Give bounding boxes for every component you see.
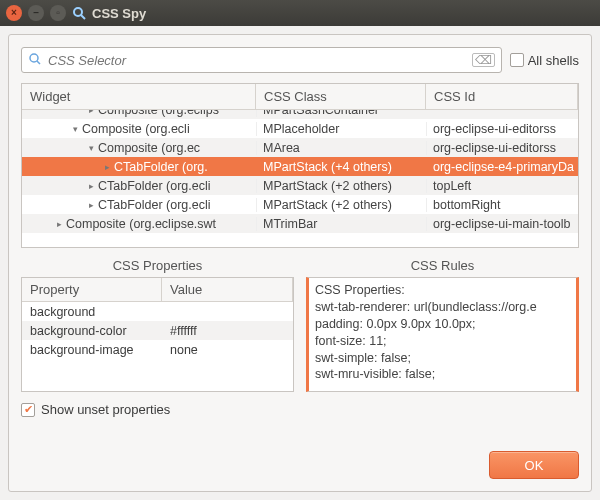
css-id-cell: bottomRight [426, 198, 578, 212]
col-property[interactable]: Property [22, 278, 162, 301]
expand-icon[interactable]: ▸ [102, 162, 112, 172]
rule-line: swt-tab-renderer: url(bundleclass://org.… [315, 299, 570, 316]
window-title: CSS Spy [92, 6, 146, 21]
svg-line-3 [37, 61, 40, 64]
widget-label: Composite (org.ecli [82, 122, 190, 136]
expand-icon[interactable]: ▾ [70, 124, 80, 134]
widget-label: Composite (org.ec [98, 141, 200, 155]
rule-line: font-size: 11; [315, 333, 570, 350]
widget-label: Composite (org.eclips [98, 110, 219, 117]
titlebar: × – ▫ CSS Spy [0, 0, 600, 26]
table-row[interactable]: ▾Composite (org.ecliMPlaceholderorg-ecli… [22, 119, 578, 138]
col-css-id[interactable]: CSS Id [426, 84, 578, 109]
css-id-cell: topLeft [426, 179, 578, 193]
search-box[interactable]: ⌫ [21, 47, 502, 73]
css-class-cell: MPartStack (+4 others) [256, 160, 426, 174]
widget-label: CTabFolder (org. [114, 160, 208, 174]
ok-button[interactable]: OK [489, 451, 579, 479]
expand-icon[interactable]: ▸ [86, 110, 96, 115]
css-class-cell: MPlaceholder [256, 122, 426, 136]
search-icon [28, 52, 42, 69]
tree-header: Widget CSS Class CSS Id [22, 84, 578, 110]
table-row[interactable]: ▾Composite (org.ecMAreaorg-eclipse-ui-ed… [22, 138, 578, 157]
props-title: CSS Properties [21, 256, 294, 277]
col-css-class[interactable]: CSS Class [256, 84, 426, 109]
widget-label: CTabFolder (org.ecli [98, 179, 211, 193]
css-id-cell: org-eclipse-ui-main-toolb [426, 217, 578, 231]
css-class-cell: MPartStack (+2 others) [256, 198, 426, 212]
svg-point-0 [74, 8, 82, 16]
widget-label: CTabFolder (org.ecli [98, 198, 211, 212]
search-input[interactable] [46, 52, 468, 69]
table-row[interactable]: background-color#ffffff [22, 321, 293, 340]
css-class-cell: MArea [256, 141, 426, 155]
css-class-cell: MPartSashContainer [256, 110, 426, 117]
svg-point-2 [30, 54, 38, 62]
col-value[interactable]: Value [162, 278, 293, 301]
widget-label: Composite (org.eclipse.swt [66, 217, 216, 231]
close-icon[interactable]: × [6, 5, 22, 21]
prop-name: background-image [22, 343, 162, 357]
clear-icon[interactable]: ⌫ [472, 53, 495, 67]
props-body: backgroundbackground-color#ffffffbackgro… [22, 302, 293, 359]
svg-line-1 [81, 15, 85, 19]
show-unset-label: Show unset properties [41, 402, 170, 417]
expand-icon[interactable]: ▸ [86, 200, 96, 210]
maximize-icon[interactable]: ▫ [50, 5, 66, 21]
lower-panels: CSS Properties Property Value background… [21, 256, 579, 392]
all-shells-label: All shells [528, 53, 579, 68]
css-class-cell: MPartStack (+2 others) [256, 179, 426, 193]
props-table[interactable]: Property Value backgroundbackground-colo… [21, 277, 294, 392]
col-widget[interactable]: Widget [22, 84, 256, 109]
table-row[interactable]: ▸CTabFolder (org.ecliMPartStack (+2 othe… [22, 195, 578, 214]
rules-text[interactable]: CSS Properties:swt-tab-renderer: url(bun… [306, 277, 579, 392]
search-row: ⌫ All shells [21, 47, 579, 73]
expand-icon[interactable]: ▾ [86, 143, 96, 153]
show-unset-checkbox[interactable]: ✔ Show unset properties [21, 402, 579, 417]
table-row[interactable]: background [22, 302, 293, 321]
table-row[interactable]: background-imagenone [22, 340, 293, 359]
css-properties-panel: CSS Properties Property Value background… [21, 256, 294, 392]
dialog-footer: OK [21, 441, 579, 479]
expand-icon[interactable]: ▸ [86, 181, 96, 191]
minimize-icon[interactable]: – [28, 5, 44, 21]
table-row[interactable]: ▸Composite (org.eclipse.swtMTrimBarorg-e… [22, 214, 578, 233]
css-rules-panel: CSS Rules CSS Properties:swt-tab-rendere… [306, 256, 579, 392]
ok-label: OK [525, 458, 544, 473]
rule-line: padding: 0.0px 9.0px 10.0px; [315, 316, 570, 333]
rule-line: swt-simple: false; [315, 350, 570, 367]
all-shells-checkbox[interactable]: All shells [510, 53, 579, 68]
prop-name: background-color [22, 324, 162, 338]
expand-icon[interactable]: ▸ [54, 219, 64, 229]
checkbox-icon: ✔ [21, 403, 35, 417]
app-icon [72, 6, 86, 20]
prop-value: #ffffff [162, 324, 293, 338]
prop-value: none [162, 343, 293, 357]
checkbox-icon [510, 53, 524, 67]
props-header: Property Value [22, 278, 293, 302]
css-id-cell: org-eclipse-ui-editorss [426, 122, 578, 136]
css-id-cell: org-eclipse-e4-primaryDa [426, 160, 578, 174]
dialog-content: ⌫ All shells Widget CSS Class CSS Id ▸Co… [8, 34, 592, 492]
rules-title: CSS Rules [306, 256, 579, 277]
table-row[interactable]: ▸CTabFolder (org.MPartStack (+4 others)o… [22, 157, 578, 176]
tree-body: ▸Composite (org.eclipsMPartSashContainer… [22, 110, 578, 246]
prop-name: background [22, 305, 162, 319]
rule-line: CSS Properties: [315, 282, 570, 299]
table-row[interactable]: ▸CTabFolder (org.ecliMPartStack (+2 othe… [22, 176, 578, 195]
css-class-cell: MTrimBar [256, 217, 426, 231]
widget-tree[interactable]: Widget CSS Class CSS Id ▸Composite (org.… [21, 83, 579, 248]
table-row[interactable]: ▸Composite (org.eclipsMPartSashContainer [22, 110, 578, 119]
css-id-cell: org-eclipse-ui-editorss [426, 141, 578, 155]
rule-line: swt-mru-visible: false; [315, 366, 570, 383]
